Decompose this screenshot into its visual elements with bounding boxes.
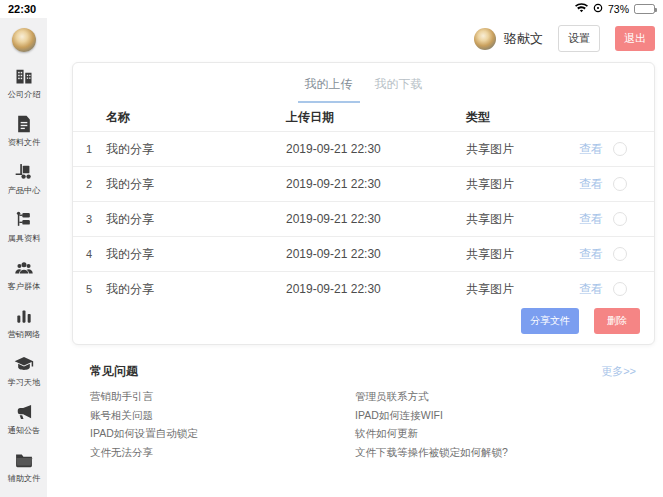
view-link[interactable]: 查看 [579,211,613,228]
sidebar-item-data-files[interactable]: 资料文件 [0,114,47,149]
share-file-button[interactable]: 分享文件 [521,308,579,334]
faq-link[interactable]: IPAD如何连接WIFI [355,410,508,421]
building-icon [14,66,34,86]
users-icon [14,258,34,278]
faq-link[interactable]: 管理员联系方式 [355,391,508,402]
column-header-date: 上传日期 [286,109,466,126]
settings-button[interactable]: 设置 [558,25,600,52]
tabs: 我的上传 我的下载 [73,63,654,103]
logout-button[interactable]: 退出 [615,26,655,51]
faq-link[interactable]: 文件下载等操作被锁定如何解锁? [355,447,508,458]
sidebar-item-label: 通知公告 [7,425,40,437]
sidebar-nav: 公司介绍 资料文件 产品中心 属具资料 [0,66,47,497]
table-row: 1 我的分享 2019-09-21 22:30 共享图片 查看 [73,131,654,166]
sidebar-item-label: 产品中心 [7,185,40,197]
folder-icon [14,450,34,470]
row-radio[interactable] [613,282,627,296]
sidebar-item-label: 学习天地 [7,377,40,389]
row-name: 我的分享 [106,141,286,158]
row-type: 共享图片 [466,281,579,298]
row-radio[interactable] [613,142,627,156]
view-link[interactable]: 查看 [579,176,613,193]
table-row: 4 我的分享 2019-09-21 22:30 共享图片 查看 [73,236,654,271]
avatar [474,28,496,50]
faq-link[interactable]: 软件如何更新 [355,428,508,439]
sidebar-item-customer-groups[interactable]: 客户群体 [0,258,47,293]
forklift-icon [14,162,34,182]
faq-link[interactable]: IPAD如何设置自动锁定 [90,428,355,439]
sidebar-item-label: 客户群体 [7,281,40,293]
row-index: 1 [86,143,106,155]
rotation-lock-icon [593,3,603,15]
row-name: 我的分享 [106,211,286,228]
view-link[interactable]: 查看 [579,141,613,158]
row-radio[interactable] [613,247,627,261]
row-name: 我的分享 [106,246,286,263]
bar-chart-icon [14,306,34,326]
sidebar-item-learning[interactable]: 学习天地 [0,354,47,389]
faq-title: 常见问题 [90,363,138,380]
sidebar-item-attachment-data[interactable]: 属具资料 [0,210,47,245]
faq-section: 常见问题 更多>> 营销助手引言 账号相关问题 IPAD如何设置自动锁定 文件无… [90,363,636,458]
document-icon [14,114,34,134]
app-screen: 22:30 73% [0,0,663,497]
sidebar-item-auxiliary-files[interactable]: 辅助文件 [0,450,47,485]
row-type: 共享图片 [466,176,579,193]
row-name: 我的分享 [106,281,286,298]
tab-my-downloads[interactable]: 我的下载 [375,76,423,103]
row-type: 共享图片 [466,211,579,228]
row-name: 我的分享 [106,176,286,193]
row-radio[interactable] [613,177,627,191]
faq-link[interactable]: 账号相关问题 [90,410,355,421]
battery-icon [634,4,655,14]
user-name: 骆献文 [504,30,543,48]
sidebar-item-company-intro[interactable]: 公司介绍 [0,66,47,101]
tab-my-uploads[interactable]: 我的上传 [305,76,353,103]
row-type: 共享图片 [466,141,579,158]
sidebar-item-label: 属具资料 [7,233,40,245]
graduation-cap-icon [14,354,34,374]
megaphone-icon [14,402,34,422]
user-header: 骆献文 设置 退出 [474,25,655,52]
delete-button[interactable]: 删除 [594,308,640,334]
row-date: 2019-09-21 22:30 [286,212,466,226]
row-date: 2019-09-21 22:30 [286,247,466,261]
table-row: 5 我的分享 2019-09-21 22:30 共享图片 查看 [73,271,654,306]
row-index: 5 [86,283,106,295]
column-header-name: 名称 [106,109,286,126]
sidebar-item-label: 营销网络 [7,329,40,341]
sidebar-item-announcements[interactable]: 通知公告 [0,402,47,437]
sidebar-item-marketing-network[interactable]: 营销网络 [0,306,47,341]
sidebar-item-product-center[interactable]: 产品中心 [0,162,47,197]
battery-percent: 73% [608,3,629,15]
table-row: 3 我的分享 2019-09-21 22:30 共享图片 查看 [73,201,654,236]
status-bar: 22:30 73% [0,0,663,18]
row-type: 共享图片 [466,246,579,263]
faq-link[interactable]: 文件无法分享 [90,447,355,458]
row-date: 2019-09-21 22:30 [286,282,466,296]
card-actions: 分享文件 删除 [521,308,640,334]
table-row: 2 我的分享 2019-09-21 22:30 共享图片 查看 [73,166,654,201]
row-date: 2019-09-21 22:30 [286,142,466,156]
uploads-card: 我的上传 我的下载 名称 上传日期 类型 1 我的分享 2019-09-21 2… [72,62,655,345]
row-radio[interactable] [613,212,627,226]
column-header-type: 类型 [466,109,579,126]
faq-more-link[interactable]: 更多>> [601,364,636,379]
view-link[interactable]: 查看 [579,281,613,298]
faq-left-column: 营销助手引言 账号相关问题 IPAD如何设置自动锁定 文件无法分享 [90,391,355,458]
status-time: 22:30 [8,3,36,15]
wifi-icon [575,3,588,15]
faq-right-column: 管理员联系方式 IPAD如何连接WIFI 软件如何更新 文件下载等操作被锁定如何… [355,391,508,458]
row-index: 2 [86,178,106,190]
sidebar: 公司介绍 资料文件 产品中心 属具资料 [0,18,47,497]
sidebar-item-label: 辅助文件 [7,473,40,485]
table-header: 名称 上传日期 类型 [73,103,654,131]
app-logo [12,28,36,52]
view-link[interactable]: 查看 [579,246,613,263]
faq-link[interactable]: 营销助手引言 [90,391,355,402]
sidebar-item-label: 资料文件 [7,137,40,149]
row-date: 2019-09-21 22:30 [286,177,466,191]
sidebar-item-label: 公司介绍 [7,89,40,101]
row-index: 3 [86,213,106,225]
row-index: 4 [86,248,106,260]
